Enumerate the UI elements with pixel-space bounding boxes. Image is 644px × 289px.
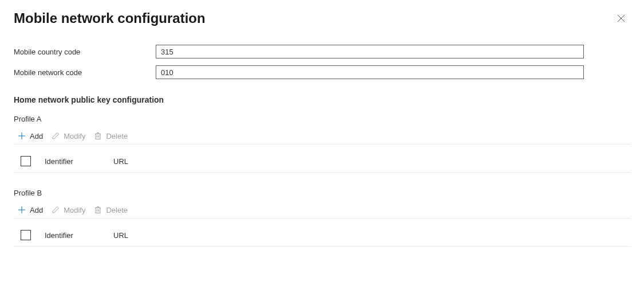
column-identifier: Identifier [45, 231, 113, 240]
trash-icon [93, 205, 102, 214]
profile-a-select-all-checkbox[interactable] [21, 156, 31, 166]
profile-a-table-header: Identifier URL [14, 156, 630, 173]
close-button[interactable] [617, 14, 626, 23]
mcc-input[interactable] [156, 45, 584, 58]
profile-b-table-header: Identifier URL [14, 230, 630, 247]
profile-b-select-all-checkbox[interactable] [21, 230, 31, 240]
profile-b-add-button[interactable]: Add [17, 205, 43, 214]
add-label: Add [30, 132, 43, 140]
mnc-input[interactable] [156, 65, 584, 79]
profile-a-delete-button[interactable]: Delete [93, 131, 128, 140]
pencil-icon [51, 205, 60, 214]
delete-label: Delete [106, 132, 128, 140]
profile-b-label: Profile B [14, 189, 630, 197]
modify-label: Modify [64, 206, 85, 214]
profile-a-section: Profile A Add Modify [14, 115, 630, 173]
svg-rect-13 [96, 208, 100, 213]
profile-a-toolbar: Add Modify Delet [14, 131, 630, 144]
add-label: Add [30, 206, 43, 214]
page-title: Mobile network configuration [14, 10, 206, 26]
profile-b-modify-button[interactable]: Modify [51, 205, 85, 214]
column-url: URL [113, 231, 128, 240]
pencil-icon [51, 131, 60, 140]
column-identifier: Identifier [45, 157, 113, 166]
profile-a-label: Profile A [14, 115, 630, 123]
svg-rect-4 [96, 134, 100, 139]
profile-a-modify-button[interactable]: Modify [51, 131, 85, 140]
trash-icon [93, 131, 102, 140]
profile-b-section: Profile B Add Modify [14, 189, 630, 247]
mcc-label: Mobile country code [14, 48, 156, 56]
plus-icon [17, 131, 26, 140]
profile-a-add-button[interactable]: Add [17, 131, 43, 140]
column-url: URL [113, 157, 128, 166]
profile-b-delete-button[interactable]: Delete [93, 205, 128, 214]
section-heading: Home network public key configuration [14, 95, 630, 104]
mnc-label: Mobile network code [14, 68, 156, 77]
delete-label: Delete [106, 206, 128, 214]
profile-b-toolbar: Add Modify Delet [14, 205, 630, 218]
modify-label: Modify [64, 132, 85, 140]
close-icon [617, 14, 625, 22]
plus-icon [17, 205, 26, 214]
